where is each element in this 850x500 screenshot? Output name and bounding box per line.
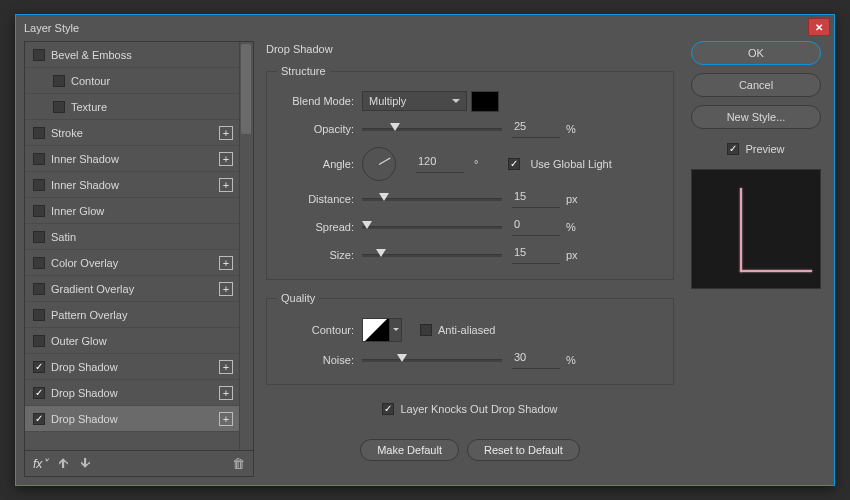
spread-value[interactable]: 0 [512, 218, 560, 236]
effect-label: Drop Shadow [51, 387, 118, 399]
effect-checkbox[interactable] [33, 205, 45, 217]
effect-label: Inner Glow [51, 205, 104, 217]
effect-label: Bevel & Emboss [51, 49, 132, 61]
effect-label: Texture [71, 101, 107, 113]
quality-legend: Quality [277, 292, 319, 304]
add-effect-icon[interactable]: + [219, 412, 233, 426]
effect-label: Stroke [51, 127, 83, 139]
reset-default-button[interactable]: Reset to Default [467, 439, 580, 461]
effect-label: Inner Shadow [51, 179, 119, 191]
close-button[interactable]: ✕ [808, 18, 830, 36]
make-default-button[interactable]: Make Default [360, 439, 459, 461]
effect-checkbox[interactable] [33, 153, 45, 165]
add-effect-icon[interactable]: + [219, 256, 233, 270]
effect-row[interactable]: Satin [25, 224, 253, 250]
effect-row[interactable]: Stroke+ [25, 120, 253, 146]
effect-checkbox[interactable] [33, 361, 45, 373]
effect-row[interactable]: Texture [25, 94, 253, 120]
effect-checkbox[interactable] [33, 387, 45, 399]
contour-label: Contour: [277, 324, 362, 336]
global-light-label: Use Global Light [530, 158, 611, 170]
opacity-slider[interactable] [362, 122, 502, 136]
effect-row[interactable]: Inner Shadow+ [25, 172, 253, 198]
effect-row[interactable]: Contour [25, 68, 253, 94]
effect-checkbox[interactable] [33, 413, 45, 425]
effect-checkbox[interactable] [33, 257, 45, 269]
structure-group: Structure Blend Mode: Multiply Opacity: … [266, 65, 674, 280]
effect-label: Outer Glow [51, 335, 107, 347]
effect-row[interactable]: Color Overlay+ [25, 250, 253, 276]
global-light-checkbox[interactable] [508, 158, 520, 170]
new-style-button[interactable]: New Style... [691, 105, 821, 129]
effect-checkbox[interactable] [53, 75, 65, 87]
cancel-button[interactable]: Cancel [691, 73, 821, 97]
spread-slider[interactable] [362, 220, 502, 234]
effect-row[interactable]: Bevel & Emboss [25, 42, 253, 68]
angle-value[interactable]: 120 [416, 155, 464, 173]
contour-dropdown[interactable] [390, 318, 402, 342]
layer-style-dialog: Layer Style ✕ Bevel & EmbossContourTextu… [15, 14, 835, 486]
size-label: Size: [277, 249, 362, 261]
add-effect-icon[interactable]: + [219, 126, 233, 140]
add-effect-icon[interactable]: + [219, 386, 233, 400]
shadow-color-swatch[interactable] [471, 91, 499, 112]
contour-swatch[interactable] [362, 318, 390, 342]
effect-row[interactable]: Drop Shadow+ [25, 354, 253, 380]
effects-column: Bevel & EmbossContourTextureStroke+Inner… [24, 41, 254, 477]
distance-slider[interactable] [362, 192, 502, 206]
add-effect-icon[interactable]: + [219, 178, 233, 192]
antialiased-label: Anti-aliased [438, 324, 495, 336]
actions-column: OK Cancel New Style... Preview [686, 41, 826, 477]
ok-button[interactable]: OK [691, 41, 821, 65]
fx-menu-icon[interactable]: fx˅ [33, 457, 48, 471]
distance-label: Distance: [277, 193, 362, 205]
window-title: Layer Style [24, 22, 79, 34]
effect-checkbox[interactable] [33, 283, 45, 295]
opacity-value[interactable]: 25 [512, 120, 560, 138]
noise-slider[interactable] [362, 353, 502, 367]
effect-row[interactable]: Drop Shadow+ [25, 406, 253, 432]
knockout-label: Layer Knocks Out Drop Shadow [400, 403, 557, 415]
add-effect-icon[interactable]: + [219, 282, 233, 296]
effect-label: Inner Shadow [51, 153, 119, 165]
effects-toolbar: fx˅ 🡩 🡫 🗑 [24, 451, 254, 477]
effect-label: Pattern Overlay [51, 309, 127, 321]
effect-checkbox[interactable] [53, 101, 65, 113]
effect-checkbox[interactable] [33, 231, 45, 243]
effect-row[interactable]: Pattern Overlay [25, 302, 253, 328]
add-effect-icon[interactable]: + [219, 152, 233, 166]
structure-legend: Structure [277, 65, 330, 77]
preview-checkbox[interactable] [727, 143, 739, 155]
effect-checkbox[interactable] [33, 309, 45, 321]
scrollbar-thumb[interactable] [241, 44, 251, 134]
effect-row[interactable]: Drop Shadow+ [25, 380, 253, 406]
distance-value[interactable]: 15 [512, 190, 560, 208]
effect-row[interactable]: Inner Shadow+ [25, 146, 253, 172]
effects-list: Bevel & EmbossContourTextureStroke+Inner… [24, 41, 254, 451]
opacity-label: Opacity: [277, 123, 362, 135]
angle-dial[interactable] [362, 147, 396, 181]
move-up-icon[interactable]: 🡩 [58, 457, 70, 471]
antialiased-checkbox[interactable] [420, 324, 432, 336]
effect-row[interactable]: Gradient Overlay+ [25, 276, 253, 302]
size-slider[interactable] [362, 248, 502, 262]
effect-checkbox[interactable] [33, 179, 45, 191]
effect-checkbox[interactable] [33, 335, 45, 347]
effect-checkbox[interactable] [33, 49, 45, 61]
effects-scrollbar[interactable] [239, 42, 253, 450]
quality-group: Quality Contour: Anti-aliased Noise: 30 … [266, 292, 674, 385]
add-effect-icon[interactable]: + [219, 360, 233, 374]
blend-mode-label: Blend Mode: [277, 95, 362, 107]
noise-value[interactable]: 30 [512, 351, 560, 369]
trash-icon[interactable]: 🗑 [232, 456, 245, 471]
size-value[interactable]: 15 [512, 246, 560, 264]
knockout-checkbox[interactable] [382, 403, 394, 415]
effect-row[interactable]: Outer Glow [25, 328, 253, 354]
move-down-icon[interactable]: 🡫 [80, 457, 92, 471]
blend-mode-select[interactable]: Multiply [362, 91, 467, 111]
effect-row[interactable]: Inner Glow [25, 198, 253, 224]
effect-checkbox[interactable] [33, 127, 45, 139]
preview-label: Preview [745, 143, 784, 155]
titlebar: Layer Style ✕ [16, 15, 834, 41]
noise-label: Noise: [277, 354, 362, 366]
